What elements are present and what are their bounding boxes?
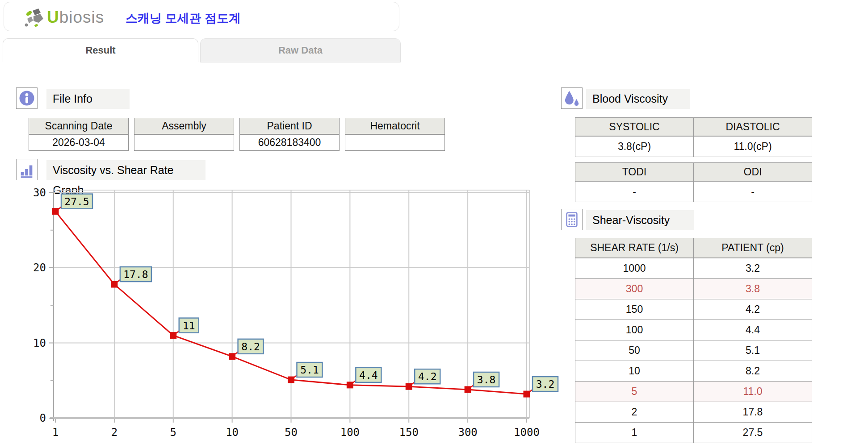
svg-text:11: 11 xyxy=(183,320,195,332)
field-patient-id: Patient ID 60628183400 xyxy=(239,118,340,151)
todi-header: TODI xyxy=(575,163,694,182)
field-assembly: Assembly xyxy=(134,118,234,151)
field-scanning-date: Scanning Date 2026-03-04 xyxy=(29,118,129,151)
patient-header: PATIENT (cp) xyxy=(694,238,812,258)
table-row: 300 3.8 xyxy=(575,279,812,299)
tab-raw-data[interactable]: Raw Data xyxy=(200,38,401,62)
logo-u: U xyxy=(47,8,59,26)
ubiosis-logo: Ubiosis xyxy=(24,8,104,27)
svg-text:50: 50 xyxy=(285,426,298,439)
file-info-icon-box xyxy=(16,87,38,109)
shear-rate-header: SHEAR RATE (1/s) xyxy=(575,238,694,258)
table-row: 1000 3.2 xyxy=(575,258,812,279)
todi-value: - xyxy=(575,181,694,202)
table-row: 100 4.4 xyxy=(575,320,812,340)
shear-rate-cell: 50 xyxy=(575,340,694,361)
svg-text:3.8: 3.8 xyxy=(477,374,496,386)
field-label: Patient ID xyxy=(240,118,339,135)
diastolic-value: 11.0(cP) xyxy=(694,136,812,157)
field-value: 2026-03-04 xyxy=(29,135,128,150)
ubiosis-logo-icon xyxy=(24,8,47,27)
shear-rate-cell: 100 xyxy=(575,320,694,340)
svg-text:1000: 1000 xyxy=(514,426,540,439)
table-row: 1 27.5 xyxy=(575,423,812,443)
svg-text:5: 5 xyxy=(170,426,176,439)
shear-rate-cell: 2 xyxy=(575,402,694,423)
shear-viscosity-table: SHEAR RATE (1/s) PATIENT (cp) 1000 3.2 3… xyxy=(575,238,812,443)
bar-chart-icon xyxy=(18,161,35,178)
odi-value: - xyxy=(694,181,812,202)
graph-icon-box xyxy=(16,159,38,180)
logo-biosis: biosis xyxy=(59,8,105,26)
table-row: 5 11.0 xyxy=(575,382,812,402)
patient-cell: 11.0 xyxy=(694,382,812,402)
table-row: 2 17.8 xyxy=(575,402,812,423)
svg-text:3.2: 3.2 xyxy=(536,378,555,390)
systolic-header: SYSTOLIC xyxy=(575,118,694,137)
field-value xyxy=(345,135,444,150)
svg-text:2: 2 xyxy=(111,426,117,439)
blood-viscosity-icon-box xyxy=(561,87,583,109)
svg-text:10: 10 xyxy=(33,337,46,349)
file-info-section-label: File Info xyxy=(46,89,130,109)
svg-text:100: 100 xyxy=(340,426,360,439)
svg-text:8.2: 8.2 xyxy=(241,341,260,353)
patient-cell: 5.1 xyxy=(694,340,812,361)
shear-viscosity-icon-box xyxy=(561,209,583,230)
tab-result[interactable]: Result xyxy=(3,38,198,62)
svg-text:4.4: 4.4 xyxy=(359,369,378,381)
field-value xyxy=(134,135,234,150)
svg-text:5.1: 5.1 xyxy=(300,364,319,376)
viscosity-chart: 01020301251050100150300100027.517.8118.2… xyxy=(25,185,570,442)
field-label: Scanning Date xyxy=(29,118,128,135)
svg-text:0: 0 xyxy=(40,412,46,424)
svg-text:27.5: 27.5 xyxy=(64,196,89,207)
table-row: 150 4.2 xyxy=(575,299,812,320)
shear-viscosity-section-label: Shear-Viscosity xyxy=(586,210,694,230)
field-hematocrit: Hematocrit xyxy=(345,118,445,151)
table-row: 10 8.2 xyxy=(575,361,812,382)
svg-text:4.2: 4.2 xyxy=(418,371,437,382)
shear-rate-cell: 150 xyxy=(575,299,694,320)
graph-section-label: Viscosity vs. Shear Rate Graph xyxy=(46,160,205,180)
svg-text:1: 1 xyxy=(52,426,59,439)
patient-cell: 8.2 xyxy=(694,361,812,382)
blood-drops-icon xyxy=(563,90,580,107)
field-label: Assembly xyxy=(134,118,234,135)
patient-cell: 27.5 xyxy=(694,423,812,443)
calculator-icon xyxy=(563,211,580,228)
blood-viscosity-section-label: Blood Viscosity xyxy=(586,89,690,109)
patient-cell: 3.8 xyxy=(694,279,812,299)
patient-cell: 3.2 xyxy=(694,258,812,279)
svg-text:10: 10 xyxy=(226,426,239,439)
shear-rate-cell: 5 xyxy=(575,382,694,402)
svg-text:150: 150 xyxy=(399,426,419,439)
shear-rate-cell: 300 xyxy=(575,279,694,299)
table-row: 50 5.1 xyxy=(575,340,812,361)
diastolic-header: DIASTOLIC xyxy=(694,118,812,137)
svg-text:17.8: 17.8 xyxy=(123,269,148,280)
korean-app-title: 스캐닝 모세관 점도계 xyxy=(126,10,241,26)
svg-text:300: 300 xyxy=(458,426,477,439)
patient-cell: 4.4 xyxy=(694,320,812,340)
field-value: 60628183400 xyxy=(240,135,339,150)
info-icon xyxy=(18,90,35,107)
shear-rate-cell: 10 xyxy=(575,361,694,382)
shear-rate-cell: 1000 xyxy=(575,258,694,279)
field-label: Hematocrit xyxy=(345,118,444,135)
todi-odi-table: TODI ODI - - xyxy=(575,162,812,202)
viscosity-chart-svg: 01020301251050100150300100027.517.8118.2… xyxy=(25,185,570,442)
patient-cell: 4.2 xyxy=(694,299,812,320)
svg-text:20: 20 xyxy=(33,261,46,274)
header-card: Ubiosis 스캐닝 모세관 점도계 xyxy=(4,2,399,31)
patient-cell: 17.8 xyxy=(694,402,812,423)
viscometer-app: Ubiosis 스캐닝 모세관 점도계 Result Raw Data File… xyxy=(0,0,868,444)
odi-header: ODI xyxy=(694,163,812,182)
logo-text: Ubiosis xyxy=(47,8,104,27)
shear-rate-cell: 1 xyxy=(575,423,694,443)
svg-text:30: 30 xyxy=(33,187,46,199)
systolic-value: 3.8(cP) xyxy=(575,136,694,157)
blood-viscosity-table: SYSTOLIC DIASTOLIC 3.8(cP) 11.0(cP) xyxy=(575,117,812,157)
